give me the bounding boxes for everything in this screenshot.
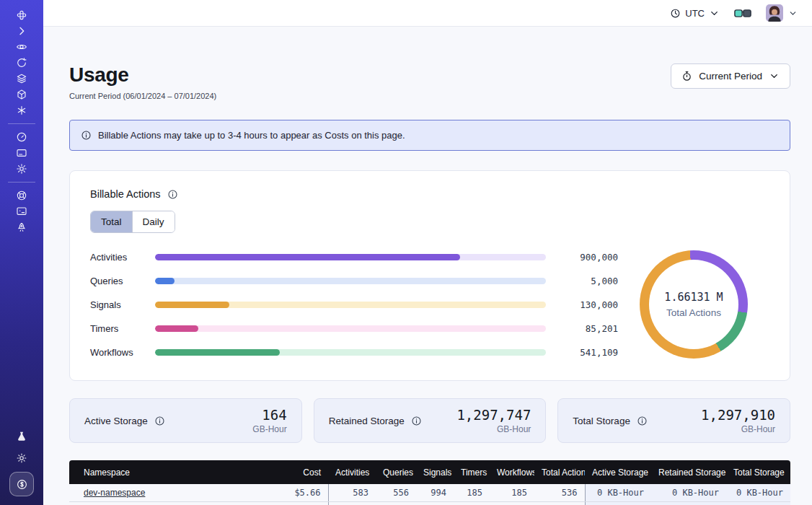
bar-fill (155, 278, 175, 284)
cell-active-storage: 0 KB-Hour (585, 484, 651, 501)
support-lifebuoy-icon[interactable] (9, 188, 34, 203)
nexus-asterisk-icon[interactable] (9, 102, 34, 118)
retained-storage-unit: GB-Hour (456, 424, 531, 434)
bar-value: 900,000 (555, 252, 618, 263)
total-storage-label: Total Storage (573, 416, 630, 426)
usage-billing-active-button[interactable] (9, 472, 34, 496)
account-menu[interactable] (766, 4, 798, 22)
cell-queries: 561 (376, 501, 416, 505)
namespace-usage-table: Namespace Cost Activities Queries Signal… (69, 460, 790, 505)
page-header: Usage Current Period (06/01/2024 – 07/01… (69, 63, 790, 100)
retained-storage-value: 1,297,747 (456, 407, 531, 423)
col-signals: Signals (416, 460, 454, 484)
timezone-label: UTC (685, 8, 705, 19)
deployments-cube-icon[interactable] (9, 87, 34, 102)
chevron-down-icon (769, 71, 780, 82)
dollar-coin-icon (16, 478, 28, 491)
bar-value: 541,109 (555, 347, 618, 358)
cell-activities: 423 (328, 501, 376, 505)
layers-icon[interactable] (9, 71, 34, 87)
getting-started-rocket-icon[interactable] (9, 219, 34, 235)
chevron-down-icon (709, 8, 720, 19)
billable-actions-chart: Activities 900,000 Queries 5,000 Signals… (90, 250, 769, 359)
expand-chevron-icon[interactable] (9, 23, 34, 39)
cell-activities: 583 (328, 484, 376, 501)
bar-fill (155, 254, 460, 260)
col-namespace: Namespace (69, 460, 260, 484)
namespaces-icon[interactable] (9, 39, 34, 55)
retained-storage-card: Retained Storage 1,297,747 GB-Hour (314, 398, 547, 443)
cell-total-storage: 0 KB-Hour (726, 501, 790, 505)
tab-daily[interactable]: Daily (132, 211, 175, 232)
total-actions-value: 1.66131 M (664, 291, 723, 304)
col-total-storage: Total Storage (726, 460, 790, 484)
cell-total-actions: 536 (534, 484, 585, 501)
info-banner: Billable Actions may take up to 3-4 hour… (69, 120, 790, 151)
bar-fill (155, 349, 280, 356)
cell-workflows: 130 (490, 501, 534, 505)
settings-gear-icon[interactable] (9, 161, 34, 177)
bar-row-activities: Activities 900,000 (90, 252, 618, 263)
storage-summary-row: Active Storage 164 GB-Hour Retained Stor… (69, 398, 790, 443)
bar-row-workflows: Workflows 541,109 (90, 347, 618, 358)
table-row: dev-namespace 29.32 423 561 826 877 130 … (69, 501, 790, 505)
total-actions-label: Total Actions (664, 307, 723, 318)
col-workflows: Workflows (490, 460, 534, 484)
info-icon (167, 189, 178, 200)
billable-actions-card: Billable Actions Total Daily Activities … (69, 170, 790, 381)
billing-card-icon[interactable] (9, 145, 34, 161)
cell-retained-storage: 0 KB-Hour (651, 501, 726, 505)
topbar: UTC (43, 0, 812, 27)
bar-value: 130,000 (555, 299, 618, 310)
active-storage-unit: GB-Hour (252, 424, 286, 434)
col-active-storage: Active Storage (585, 460, 651, 484)
clock-icon (670, 8, 681, 19)
total-storage-value: 1,297,910 (701, 407, 775, 423)
bar-value: 85,201 (555, 323, 618, 334)
table-row: dev-namespace $5.66 583 556 994 185 185 … (69, 484, 790, 501)
bar-fill (155, 302, 229, 308)
cell-total-actions: 536 (534, 501, 585, 505)
info-icon (81, 130, 92, 141)
active-storage-value: 164 (252, 407, 286, 423)
bar-row-queries: Queries 5,000 (90, 276, 618, 286)
avatar (766, 4, 783, 22)
bar-label: Timers (90, 323, 146, 334)
bar-fill (155, 325, 198, 332)
period-selector-button[interactable]: Current Period (671, 63, 790, 89)
namespace-link[interactable]: dev-namespace (84, 488, 145, 498)
info-banner-text: Billable Actions may take up to 3-4 hour… (98, 130, 405, 141)
cell-total-storage: 0 KB-Hour (726, 484, 790, 501)
labs-flask-icon[interactable] (9, 429, 34, 444)
sidebar-divider (8, 123, 35, 124)
bar-value: 5,000 (555, 276, 618, 286)
billable-actions-title: Billable Actions (90, 188, 161, 200)
history-icon[interactable] (9, 55, 34, 71)
bar-track (155, 302, 546, 308)
tab-total[interactable]: Total (91, 211, 132, 232)
cell-timers: 877 (454, 501, 490, 505)
preview-glasses-button[interactable] (734, 8, 751, 19)
cell-retained-storage: 0 KB-Hour (651, 484, 726, 501)
bar-label: Activities (90, 252, 146, 263)
bar-label: Queries (90, 276, 146, 286)
active-storage-label: Active Storage (84, 416, 148, 426)
theme-sun-icon[interactable] (9, 450, 34, 466)
timezone-selector[interactable]: UTC (670, 8, 720, 19)
col-cost: Cost (260, 460, 328, 484)
total-storage-card: Total Storage 1,297,910 GB-Hour (557, 398, 790, 443)
billable-view-toggle: Total Daily (90, 211, 175, 233)
bar-track (155, 254, 546, 260)
col-retained-storage: Retained Storage (651, 460, 726, 484)
usage-gauge-icon[interactable] (9, 129, 34, 145)
col-activities: Activities (328, 460, 376, 484)
stopwatch-icon (681, 71, 692, 82)
page-subtitle: Current Period (06/01/2024 – 07/01/2024) (69, 92, 216, 100)
info-icon (637, 416, 648, 426)
cell-active-storage: 0 KB-Hour (585, 501, 651, 505)
feedback-monitor-icon[interactable] (9, 203, 34, 219)
bar-track (155, 325, 546, 332)
col-timers: Timers (454, 460, 490, 484)
cell-queries: 556 (376, 484, 416, 501)
col-total-actions: Total Actions (534, 460, 585, 484)
